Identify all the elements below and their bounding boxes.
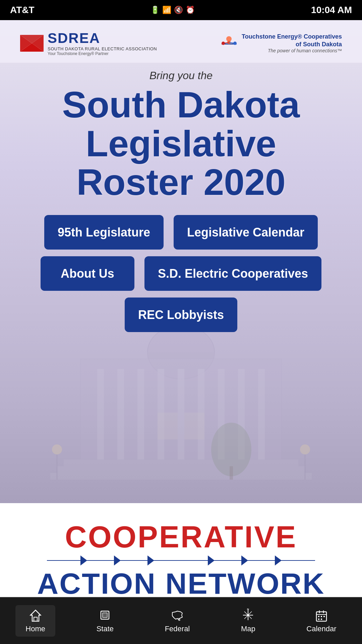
svg-marker-36: [80, 555, 87, 566]
svg-rect-22: [230, 466, 233, 480]
can-cooperative-text: COOPERATIVE: [65, 522, 297, 552]
svg-rect-13: [184, 413, 204, 439]
federal-icon: [171, 608, 184, 622]
map-icon: N: [241, 608, 255, 622]
can-action-network-text: ACTION NETWORK: [37, 569, 325, 598]
sdrea-logo: SDREA SOUTH DAKOTA RURAL ELECTRIC ASSOCI…: [20, 30, 157, 56]
home-icon: [29, 608, 42, 622]
svg-marker-42: [31, 610, 41, 621]
wifi-icon: 📶: [162, 6, 171, 14]
svg-marker-41: [275, 555, 282, 566]
svg-marker-39: [208, 555, 215, 566]
svg-rect-3: [97, 369, 104, 460]
nav-map[interactable]: N Map: [231, 605, 265, 637]
sdrea-title: SDREA: [48, 30, 157, 46]
buttons-row-1: 95th Legislature Legislative Calendar: [44, 215, 318, 250]
svg-rect-15: [57, 466, 305, 473]
nav-calendar[interactable]: Calendar: [296, 605, 346, 637]
nav-federal-label: Federal: [165, 625, 190, 633]
svg-rect-57: [321, 616, 322, 617]
nav-home-label: Home: [25, 625, 45, 633]
svg-marker-38: [147, 555, 154, 566]
svg-rect-7: [178, 369, 184, 460]
svg-rect-14: [64, 460, 298, 466]
touchstone-name: Touchstone Energy® Cooperatives: [242, 33, 342, 41]
status-bar: AT&T 🔋 📶 🔇 ⏰ 10:04 AM: [0, 0, 362, 20]
sdrea-flag-icon: [20, 35, 44, 52]
touchstone-icon: [220, 34, 238, 52]
status-icons: 🔋 📶 🔇 ⏰: [150, 6, 195, 14]
svg-rect-12: [158, 413, 178, 439]
svg-marker-37: [114, 555, 121, 566]
alarm-icon: ⏰: [186, 6, 195, 14]
svg-rect-11: [258, 369, 265, 460]
about-us-button[interactable]: About Us: [41, 256, 134, 291]
rec-lobbyists-button[interactable]: REC Lobbyists: [125, 298, 237, 332]
title-line3: Roster 2020: [76, 161, 286, 203]
sdrea-subtitle: SOUTH DAKOTA RURAL ELECTRIC ASSOCIATION: [48, 46, 157, 51]
calendar-button[interactable]: Legislative Calendar: [174, 215, 318, 250]
hero-section: SDREA SOUTH DAKOTA RURAL ELECTRIC ASSOCI…: [0, 20, 362, 503]
nav-calendar-label: Calendar: [306, 625, 336, 633]
buttons-section: 95th Legislature Legislative Calendar Ab…: [0, 202, 362, 342]
svg-rect-60: [321, 619, 322, 620]
svg-point-50: [247, 614, 249, 616]
can-decoration-lines: [7, 554, 355, 567]
svg-marker-40: [241, 555, 248, 566]
buttons-row-3: REC Lobbyists: [125, 298, 237, 332]
svg-rect-43: [34, 617, 37, 621]
touchstone-region: of South Dakota: [242, 41, 342, 48]
time-display: 10:04 AM: [311, 5, 352, 15]
svg-rect-45: [103, 613, 107, 618]
battery-icon: 🔋: [150, 6, 160, 14]
svg-rect-1: [147, 352, 215, 359]
buttons-row-2: About Us S.D. Electric Cooperatives: [41, 256, 321, 291]
nav-state-label: State: [97, 625, 114, 633]
svg-text:N: N: [247, 608, 249, 611]
svg-rect-56: [318, 616, 319, 617]
svg-rect-59: [318, 619, 319, 620]
svg-point-17: [52, 444, 62, 454]
sdrea-text-block: SDREA SOUTH DAKOTA RURAL ELECTRIC ASSOCI…: [48, 30, 157, 56]
nav-map-label: Map: [241, 625, 255, 633]
sdrea-partner: Your Touchstone Energy® Partner: [48, 51, 157, 56]
svg-rect-4: [117, 369, 124, 460]
bottom-nav: Home State Federal N Map: [0, 597, 362, 644]
carrier-label: AT&T: [10, 5, 35, 15]
nav-home[interactable]: Home: [15, 605, 55, 637]
svg-point-18: [300, 444, 310, 454]
calendar-nav-icon: [315, 608, 328, 622]
title-text: South Dakota Legislative Roster 2020: [20, 85, 342, 202]
touchstone-text-block: Touchstone Energy® Cooperatives of South…: [242, 33, 342, 53]
logo-bar: SDREA SOUTH DAKOTA RURAL ELECTRIC ASSOCI…: [0, 20, 362, 63]
main-title: South Dakota Legislative Roster 2020: [0, 85, 362, 202]
title-line1: South Dakota: [62, 84, 300, 125]
legislature-button[interactable]: 95th Legislature: [44, 215, 164, 250]
touchstone-tagline: The power of human connections™: [242, 48, 342, 53]
svg-rect-58: [323, 616, 325, 617]
main-content: SDREA SOUTH DAKOTA RURAL ELECTRIC ASSOCI…: [0, 20, 362, 617]
touchstone-logo: Touchstone Energy® Cooperatives of South…: [220, 33, 342, 53]
nav-state[interactable]: State: [86, 605, 124, 637]
mute-icon: 🔇: [174, 6, 183, 14]
svg-rect-5: [137, 369, 144, 460]
bring-you-text: Bring you the: [0, 63, 362, 85]
nav-federal[interactable]: Federal: [155, 605, 200, 637]
state-icon: [98, 608, 112, 622]
svg-rect-16: [50, 473, 312, 480]
title-line2: Legislative: [86, 123, 277, 164]
sd-electric-button[interactable]: S.D. Electric Cooperatives: [144, 256, 321, 291]
